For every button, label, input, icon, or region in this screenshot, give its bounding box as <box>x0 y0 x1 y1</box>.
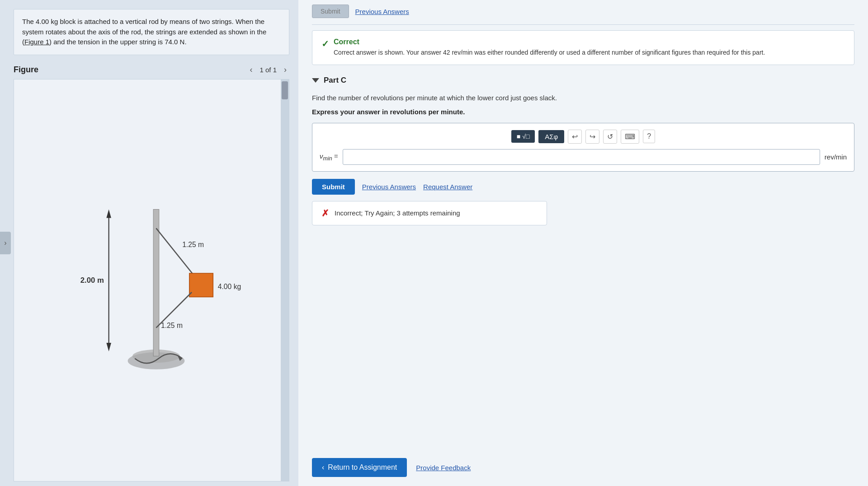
return-to-assignment-button[interactable]: ‹ Return to Assignment <box>312 458 407 477</box>
incorrect-feedback-box: ✗ Incorrect; Try Again; 3 attempts remai… <box>312 201 547 225</box>
provide-feedback-link[interactable]: Provide Feedback <box>416 464 471 472</box>
svg-line-7 <box>156 228 194 276</box>
chevron-right-icon: › <box>4 239 6 247</box>
part-c-question: Find the number of revolutions per minut… <box>312 93 854 103</box>
figure-section: Figure ‹ 1 of 1 › 2.00 m <box>0 60 298 486</box>
panel-toggle[interactable]: › <box>0 232 11 254</box>
answer-box: ■ √□ ΑΣφ ↩ ↪ ↺ ⌨ ? νmin = rev/min <box>312 123 854 172</box>
help-button[interactable]: ? <box>643 130 655 143</box>
part-c-header: Part C <box>312 76 854 85</box>
collapse-icon[interactable] <box>312 78 319 83</box>
correct-text: Correct answer is shown. Your answer 42 … <box>334 48 765 57</box>
correct-feedback-box: ✓ Correct Correct answer is shown. Your … <box>312 30 854 65</box>
submit-button[interactable]: Submit <box>312 179 355 195</box>
answer-input[interactable] <box>343 149 820 165</box>
figure-canvas: 2.00 m 1.25 m 4.00 kg 1.25 m <box>14 79 289 482</box>
svg-text:1.25 m: 1.25 m <box>182 241 204 248</box>
svg-text:1.25 m: 1.25 m <box>161 321 183 329</box>
correct-title: Correct <box>334 38 765 46</box>
keyboard-button[interactable]: ⌨ <box>621 130 639 144</box>
top-section: Submit Previous Answers ✓ Correct Correc… <box>312 5 854 76</box>
problem-text-box: The 4.00 kg block is attached to a verti… <box>14 9 289 55</box>
part-c-label: Part C <box>324 76 346 85</box>
scrollbar[interactable] <box>281 79 289 481</box>
square-icon: ■ <box>517 133 520 140</box>
bottom-nav: ‹ Return to Assignment Provide Feedback <box>312 453 854 477</box>
svg-text:2.00 m: 2.00 m <box>80 276 104 284</box>
sqrt-icon: √□ <box>522 133 529 140</box>
redo-button[interactable]: ↪ <box>585 130 599 144</box>
figure-prev-button[interactable]: ‹ <box>247 64 255 75</box>
return-chevron-icon: ‹ <box>322 463 324 472</box>
x-icon: ✗ <box>321 208 329 219</box>
figure-page-indicator: 1 of 1 <box>259 66 277 74</box>
correct-content: Correct Correct answer is shown. Your an… <box>334 38 765 57</box>
svg-text:4.00 kg: 4.00 kg <box>218 282 241 290</box>
top-previous-answers-link[interactable]: Previous Answers <box>355 8 409 15</box>
top-buttons: Submit Previous Answers <box>312 5 854 18</box>
left-panel: › The 4.00 kg block is attached to a ver… <box>0 0 298 486</box>
answer-unit: rev/min <box>825 153 847 161</box>
incorrect-text: Incorrect; Try Again; 3 attempts remaini… <box>335 209 460 217</box>
figure-svg: 2.00 m 1.25 m 4.00 kg 1.25 m <box>14 79 289 481</box>
figure-next-button[interactable]: › <box>281 64 289 75</box>
return-label: Return to Assignment <box>328 463 397 472</box>
figure-link[interactable]: Figure 1 <box>24 38 49 46</box>
previous-answers-link[interactable]: Previous Answers <box>362 183 416 191</box>
svg-marker-4 <box>106 209 111 218</box>
part-c-instruction: Express your answer in revolutions per m… <box>312 108 854 116</box>
svg-marker-5 <box>106 343 111 351</box>
figure-header: Figure ‹ 1 of 1 › <box>14 64 289 75</box>
math-toolbar: ■ √□ ΑΣφ ↩ ↪ ↺ ⌨ ? <box>320 130 847 144</box>
figure-nav: ‹ 1 of 1 › <box>247 64 289 75</box>
undo-button[interactable]: ↩ <box>568 130 582 144</box>
answer-label: νmin = <box>320 152 338 162</box>
figure-label: Figure <box>14 65 38 75</box>
request-answer-link[interactable]: Request Answer <box>423 183 472 191</box>
divider <box>312 24 854 25</box>
svg-rect-9 <box>189 273 213 297</box>
refresh-button[interactable]: ↺ <box>603 130 617 144</box>
part-c-section: Part C Find the number of revolutions pe… <box>312 76 854 239</box>
answer-action-buttons: Submit Previous Answers Request Answer <box>312 179 854 195</box>
greek-symbols-button[interactable]: ΑΣφ <box>538 130 564 143</box>
check-icon: ✓ <box>321 38 329 49</box>
problem-text: The 4.00 kg block is attached to a verti… <box>22 18 266 46</box>
correct-header: ✓ Correct Correct answer is shown. Your … <box>321 38 845 57</box>
math-editor-button[interactable]: ■ √□ <box>511 130 535 143</box>
right-panel: Submit Previous Answers ✓ Correct Correc… <box>298 0 868 486</box>
scrollbar-thumb <box>282 81 288 99</box>
top-submit-button[interactable]: Submit <box>312 5 349 18</box>
answer-row: νmin = rev/min <box>320 149 847 165</box>
